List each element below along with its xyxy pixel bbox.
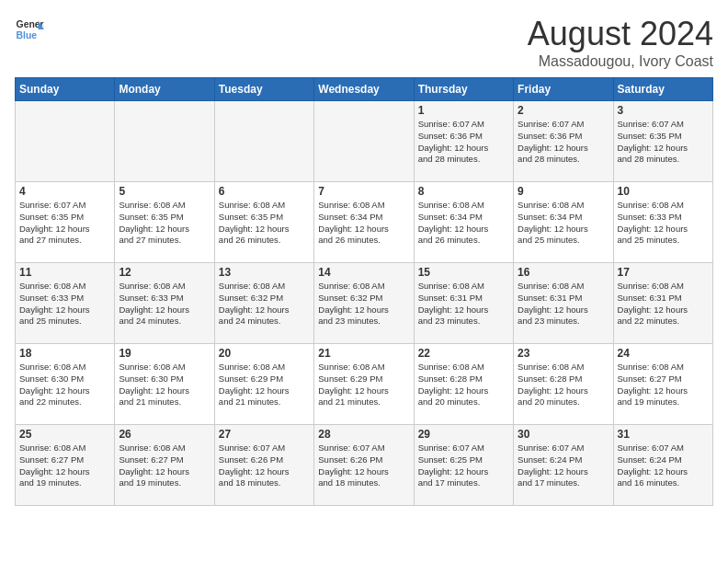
day-detail: Sunrise: 6:08 AM Sunset: 6:27 PM Dayligh…: [19, 442, 110, 489]
day-number: 14: [318, 266, 409, 279]
day-number: 3: [618, 104, 709, 117]
day-number: 16: [518, 266, 609, 279]
day-number: 29: [418, 428, 509, 441]
calendar-cell: 20Sunrise: 6:08 AM Sunset: 6:29 PM Dayli…: [214, 344, 313, 425]
calendar-cell: 10Sunrise: 6:08 AM Sunset: 6:33 PM Dayli…: [613, 182, 712, 263]
day-detail: Sunrise: 6:07 AM Sunset: 6:35 PM Dayligh…: [618, 119, 709, 166]
calendar-cell: [314, 101, 414, 182]
calendar-header-row: SundayMondayTuesdayWednesdayThursdayFrid…: [16, 78, 713, 101]
calendar-cell: 16Sunrise: 6:08 AM Sunset: 6:31 PM Dayli…: [514, 263, 613, 344]
day-detail: Sunrise: 6:08 AM Sunset: 6:31 PM Dayligh…: [418, 281, 509, 327]
calendar-cell: [16, 101, 115, 182]
day-number: 25: [19, 428, 110, 441]
calendar-week-row: 4Sunrise: 6:07 AM Sunset: 6:35 PM Daylig…: [16, 182, 713, 263]
day-detail: Sunrise: 6:07 AM Sunset: 6:36 PM Dayligh…: [418, 119, 509, 166]
calendar-cell: 6Sunrise: 6:08 AM Sunset: 6:35 PM Daylig…: [214, 182, 313, 263]
day-number: 7: [318, 185, 409, 198]
day-detail: Sunrise: 6:07 AM Sunset: 6:36 PM Dayligh…: [518, 119, 609, 166]
header-friday: Friday: [514, 78, 613, 101]
day-detail: Sunrise: 6:07 AM Sunset: 6:26 PM Dayligh…: [318, 442, 409, 489]
calendar-cell: 21Sunrise: 6:08 AM Sunset: 6:29 PM Dayli…: [314, 344, 414, 425]
day-number: 5: [119, 185, 210, 198]
day-number: 8: [418, 185, 509, 198]
calendar-cell: 22Sunrise: 6:08 AM Sunset: 6:28 PM Dayli…: [414, 344, 513, 425]
calendar-cell: 13Sunrise: 6:08 AM Sunset: 6:32 PM Dayli…: [214, 263, 313, 344]
calendar-cell: 14Sunrise: 6:08 AM Sunset: 6:32 PM Dayli…: [314, 263, 414, 344]
header-wednesday: Wednesday: [314, 78, 414, 101]
day-number: 21: [318, 347, 409, 360]
day-number: 9: [518, 185, 609, 198]
calendar-week-row: 1Sunrise: 6:07 AM Sunset: 6:36 PM Daylig…: [16, 101, 713, 182]
calendar-cell: 11Sunrise: 6:08 AM Sunset: 6:33 PM Dayli…: [16, 263, 115, 344]
day-detail: Sunrise: 6:08 AM Sunset: 6:32 PM Dayligh…: [219, 281, 310, 327]
day-detail: Sunrise: 6:08 AM Sunset: 6:29 PM Dayligh…: [219, 362, 310, 408]
day-number: 10: [618, 185, 709, 198]
calendar-cell: 25Sunrise: 6:08 AM Sunset: 6:27 PM Dayli…: [16, 425, 115, 506]
day-number: 24: [618, 347, 709, 360]
day-number: 30: [518, 428, 609, 441]
day-detail: Sunrise: 6:08 AM Sunset: 6:27 PM Dayligh…: [618, 362, 709, 408]
day-number: 26: [119, 428, 210, 441]
day-number: 22: [418, 347, 509, 360]
logo-icon: General Blue: [15, 15, 44, 44]
day-number: 2: [518, 104, 609, 117]
calendar-cell: 19Sunrise: 6:08 AM Sunset: 6:30 PM Dayli…: [115, 344, 214, 425]
calendar-cell: 28Sunrise: 6:07 AM Sunset: 6:26 PM Dayli…: [314, 425, 414, 506]
day-detail: Sunrise: 6:08 AM Sunset: 6:32 PM Dayligh…: [318, 281, 409, 327]
day-number: 15: [418, 266, 509, 279]
header-monday: Monday: [115, 78, 214, 101]
day-number: 20: [219, 347, 310, 360]
calendar-subtitle: Massadougou, Ivory Coast: [528, 53, 713, 70]
calendar-cell: 24Sunrise: 6:08 AM Sunset: 6:27 PM Dayli…: [613, 344, 712, 425]
calendar-cell: 12Sunrise: 6:08 AM Sunset: 6:33 PM Dayli…: [115, 263, 214, 344]
calendar-cell: 5Sunrise: 6:08 AM Sunset: 6:35 PM Daylig…: [115, 182, 214, 263]
header-thursday: Thursday: [414, 78, 513, 101]
day-detail: Sunrise: 6:08 AM Sunset: 6:33 PM Dayligh…: [19, 281, 110, 327]
calendar-cell: 15Sunrise: 6:08 AM Sunset: 6:31 PM Dayli…: [414, 263, 513, 344]
calendar-cell: 3Sunrise: 6:07 AM Sunset: 6:35 PM Daylig…: [613, 101, 712, 182]
day-number: 1: [418, 104, 509, 117]
day-detail: Sunrise: 6:08 AM Sunset: 6:27 PM Dayligh…: [119, 442, 210, 489]
day-number: 18: [19, 347, 110, 360]
calendar-cell: 29Sunrise: 6:07 AM Sunset: 6:25 PM Dayli…: [414, 425, 513, 506]
header-sunday: Sunday: [16, 78, 115, 101]
day-detail: Sunrise: 6:08 AM Sunset: 6:28 PM Dayligh…: [418, 362, 509, 408]
calendar-week-row: 25Sunrise: 6:08 AM Sunset: 6:27 PM Dayli…: [16, 425, 713, 506]
day-number: 23: [518, 347, 609, 360]
day-detail: Sunrise: 6:08 AM Sunset: 6:34 PM Dayligh…: [418, 200, 509, 247]
day-number: 27: [219, 428, 310, 441]
calendar-cell: [214, 101, 313, 182]
calendar-table: SundayMondayTuesdayWednesdayThursdayFrid…: [15, 77, 713, 506]
calendar-cell: 18Sunrise: 6:08 AM Sunset: 6:30 PM Dayli…: [16, 344, 115, 425]
header-saturday: Saturday: [613, 78, 712, 101]
calendar-cell: 31Sunrise: 6:07 AM Sunset: 6:24 PM Dayli…: [613, 425, 712, 506]
day-detail: Sunrise: 6:07 AM Sunset: 6:24 PM Dayligh…: [518, 442, 609, 489]
day-number: 28: [318, 428, 409, 441]
calendar-cell: 2Sunrise: 6:07 AM Sunset: 6:36 PM Daylig…: [514, 101, 613, 182]
header-tuesday: Tuesday: [214, 78, 313, 101]
day-number: 13: [219, 266, 310, 279]
header: General Blue August 2024 Massadougou, Iv…: [15, 15, 713, 70]
title-area: August 2024 Massadougou, Ivory Coast: [528, 15, 713, 70]
day-number: 4: [19, 185, 110, 198]
day-detail: Sunrise: 6:08 AM Sunset: 6:31 PM Dayligh…: [618, 281, 709, 327]
day-number: 11: [19, 266, 110, 279]
day-number: 31: [618, 428, 709, 441]
calendar-cell: 4Sunrise: 6:07 AM Sunset: 6:35 PM Daylig…: [16, 182, 115, 263]
calendar-cell: 8Sunrise: 6:08 AM Sunset: 6:34 PM Daylig…: [414, 182, 513, 263]
day-detail: Sunrise: 6:08 AM Sunset: 6:35 PM Dayligh…: [119, 200, 210, 247]
calendar-week-row: 18Sunrise: 6:08 AM Sunset: 6:30 PM Dayli…: [16, 344, 713, 425]
calendar-cell: [115, 101, 214, 182]
day-detail: Sunrise: 6:08 AM Sunset: 6:30 PM Dayligh…: [119, 362, 210, 408]
day-detail: Sunrise: 6:07 AM Sunset: 6:25 PM Dayligh…: [418, 442, 509, 489]
calendar-body: 1Sunrise: 6:07 AM Sunset: 6:36 PM Daylig…: [16, 101, 713, 506]
calendar-cell: 1Sunrise: 6:07 AM Sunset: 6:36 PM Daylig…: [414, 101, 513, 182]
day-detail: Sunrise: 6:07 AM Sunset: 6:26 PM Dayligh…: [219, 442, 310, 489]
day-number: 17: [618, 266, 709, 279]
calendar-title: August 2024: [528, 15, 713, 53]
calendar-cell: 7Sunrise: 6:08 AM Sunset: 6:34 PM Daylig…: [314, 182, 414, 263]
day-detail: Sunrise: 6:08 AM Sunset: 6:28 PM Dayligh…: [518, 362, 609, 408]
day-detail: Sunrise: 6:08 AM Sunset: 6:34 PM Dayligh…: [518, 200, 609, 247]
calendar-cell: 30Sunrise: 6:07 AM Sunset: 6:24 PM Dayli…: [514, 425, 613, 506]
calendar-cell: 17Sunrise: 6:08 AM Sunset: 6:31 PM Dayli…: [613, 263, 712, 344]
